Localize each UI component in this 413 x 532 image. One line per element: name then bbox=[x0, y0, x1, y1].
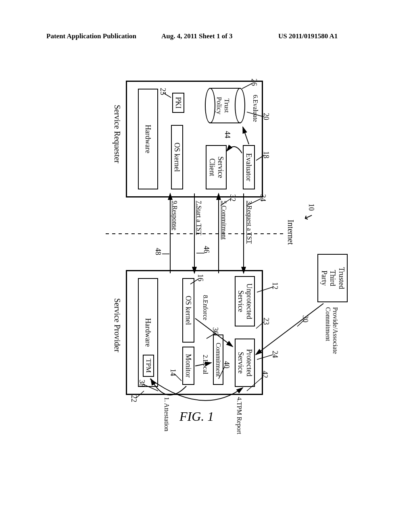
ref-20: 20 bbox=[262, 113, 270, 120]
unprotected-service-box: Unprotected Service bbox=[235, 276, 255, 326]
header-right: US 2011/0191580 A1 bbox=[278, 32, 338, 40]
service-requester-label: Service Requester bbox=[113, 105, 122, 163]
ref-38: 38 bbox=[138, 380, 146, 387]
diagram: Trusted Third Party Evaluator Service Cl… bbox=[49, 73, 364, 403]
commitment-box: Commitment bbox=[213, 335, 223, 385]
ref-42: 42 bbox=[261, 371, 269, 378]
ref-30: 30 bbox=[301, 315, 309, 322]
ref-14: 14 bbox=[169, 369, 177, 376]
ref-23: 23 bbox=[262, 318, 270, 325]
evaluator-box: Evaluator bbox=[243, 145, 255, 189]
internet-label: Internet bbox=[286, 220, 295, 245]
ref-40: 40 bbox=[222, 361, 231, 368]
ref-16: 16 bbox=[196, 274, 204, 281]
step-2-label: 2.Local bbox=[202, 355, 209, 374]
step-9-label: 9.Response bbox=[171, 201, 178, 230]
step-8-label: 8.Enforce bbox=[202, 295, 209, 320]
header-left: Patent Application Publication bbox=[46, 32, 136, 40]
step-5-label: 5.Commitment bbox=[220, 201, 227, 239]
step-3-label: 3.Request a TST bbox=[246, 201, 253, 244]
ref-24: 24 bbox=[271, 351, 279, 358]
monitor-box: Monitor bbox=[182, 347, 194, 385]
step-7-label: 7.Start a TST bbox=[195, 201, 202, 235]
ref-18: 18 bbox=[262, 151, 270, 158]
ref-26: 26 bbox=[250, 79, 258, 86]
trust-policy-cylinder: Trust Policy bbox=[209, 88, 241, 123]
step-6-label: 6.Evaluate bbox=[252, 95, 259, 122]
ref-34: 34 bbox=[259, 194, 267, 202]
ref-48: 48 bbox=[154, 248, 162, 255]
svg-line-10 bbox=[256, 303, 323, 355]
tpm-box: TPM bbox=[143, 355, 154, 377]
figure-label: FIG. 1 bbox=[179, 409, 214, 424]
service-provider-label: Service Provider bbox=[113, 298, 122, 352]
ref-44: 44 bbox=[223, 131, 232, 138]
ref-10: 10↘ bbox=[305, 204, 317, 221]
pki-box: PKI bbox=[172, 93, 184, 113]
ref-36: 36 bbox=[211, 327, 219, 335]
service-client-box: Service Client bbox=[206, 145, 227, 189]
ref-32: 32 bbox=[228, 194, 237, 202]
provide-associate-label: Provide/Associate Commitment bbox=[324, 307, 339, 354]
ref-25: 25 bbox=[159, 88, 167, 95]
requester-os-kernel-box: OS kernel bbox=[171, 125, 183, 189]
ref-12: 12 bbox=[271, 282, 279, 289]
step-4-label: 4.TPM Report bbox=[236, 397, 243, 434]
header-center: Aug. 4, 2011 Sheet 1 of 3 bbox=[161, 32, 233, 40]
provider-os-kernel-box: OS kernel bbox=[182, 278, 194, 343]
ref-46: 46 bbox=[202, 246, 211, 253]
protected-service-box: Protected Service bbox=[235, 339, 255, 387]
requester-hardware-box: Hardware bbox=[138, 89, 158, 189]
ref-22: 22 bbox=[129, 395, 138, 402]
step-1-label: 1. Attestation bbox=[163, 397, 170, 431]
trusted-third-party-box: Trusted Third Party bbox=[317, 254, 348, 302]
